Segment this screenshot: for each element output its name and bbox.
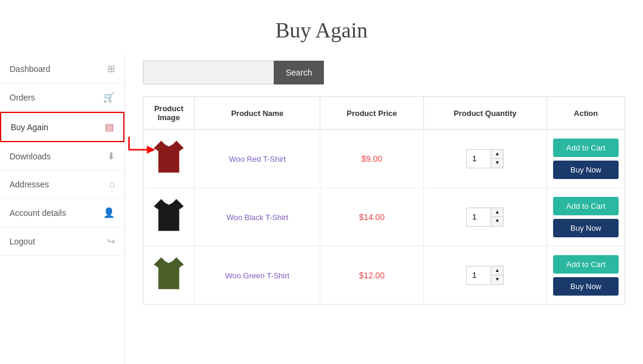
quantity-input-wrap: ▲ ▼ [466,266,504,285]
product-link[interactable]: Woo Green T-Shirt [225,271,289,280]
sidebar-item-downloads[interactable]: Downloads ⬇ [0,142,124,171]
sidebar-label: Buy Again [11,123,48,132]
svg-marker-1 [154,140,184,172]
sidebar: Dashboard ⊞ Orders 🛒 Buy Again ▤ Downloa… [0,55,125,364]
quantity-input[interactable] [467,266,491,284]
product-price-cell: $9.00 [320,130,423,188]
sidebar-label: Downloads [10,152,51,161]
product-link[interactable]: Woo Red T-Shirt [229,155,286,164]
quantity-input[interactable] [467,208,491,226]
product-price: $9.00 [361,154,382,164]
sidebar-item-logout[interactable]: Logout ↪ [0,227,124,256]
quantity-spinners: ▲ ▼ [491,208,503,226]
quantity-input[interactable] [467,150,491,168]
downloads-icon: ⬇ [107,150,115,162]
product-link[interactable]: Woo Black T-Shirt [226,213,288,222]
product-quantity-cell: ▲ ▼ [423,246,547,305]
buy-again-icon: ▤ [105,121,114,133]
table-row: Woo Green T-Shirt $12.00 ▲ ▼ Add to Cart… [143,246,625,305]
product-name-cell: Woo Green T-Shirt [195,246,320,305]
page-title: Buy Again [0,0,643,55]
search-bar: Search [143,61,625,84]
addresses-icon: ⌂ [109,179,115,190]
dashboard-icon: ⊞ [107,63,115,74]
sidebar-label: Dashboard [10,64,51,74]
content-area: Search Product Image Product Name Produc… [125,55,643,364]
product-quantity-cell: ▲ ▼ [423,188,547,246]
action-cell: Add to Cart Buy Now [547,188,625,246]
sidebar-item-dashboard[interactable]: Dashboard ⊞ [0,55,124,83]
svg-marker-3 [154,257,184,289]
svg-marker-2 [154,199,184,231]
sidebar-item-addresses[interactable]: Addresses ⌂ [0,171,124,199]
orders-icon: 🛒 [103,92,115,103]
product-name-cell: Woo Red T-Shirt [195,130,320,188]
quantity-up-button[interactable]: ▲ [491,208,503,217]
product-image-cell [143,246,195,305]
buy-now-button[interactable]: Buy Now [553,161,619,179]
sidebar-item-buy-again[interactable]: Buy Again ▤ [0,112,124,142]
sidebar-label: Addresses [10,180,49,189]
product-name-cell: Woo Black T-Shirt [195,188,320,246]
add-to-cart-button[interactable]: Add to Cart [553,139,619,157]
buy-now-button[interactable]: Buy Now [553,219,619,237]
product-quantity-cell: ▲ ▼ [423,130,547,188]
quantity-input-wrap: ▲ ▼ [466,208,504,227]
product-image-cell [143,188,195,246]
add-to-cart-button[interactable]: Add to Cart [553,197,619,215]
table-row: Woo Red T-Shirt $9.00 ▲ ▼ Add to Cart Bu… [143,130,625,188]
col-header-quantity: Product Quantity [423,97,547,130]
sidebar-label: Orders [10,93,35,102]
quantity-input-wrap: ▲ ▼ [466,149,504,168]
product-price-cell: $14.00 [320,188,423,246]
quantity-spinners: ▲ ▼ [491,266,503,284]
product-price: $12.00 [359,271,385,280]
col-header-image: Product Image [143,97,195,130]
product-table: Product Image Product Name Product Price… [143,96,625,305]
logout-icon: ↪ [107,236,115,247]
account-icon: 👤 [103,207,115,218]
sidebar-label: Logout [10,237,35,246]
quantity-down-button[interactable]: ▼ [491,217,503,226]
quantity-spinners: ▲ ▼ [491,150,503,168]
add-to-cart-button[interactable]: Add to Cart [553,255,619,274]
product-image-cell [143,130,195,188]
sidebar-item-orders[interactable]: Orders 🛒 [0,83,124,112]
search-input[interactable] [143,61,274,84]
buy-now-button[interactable]: Buy Now [553,277,619,296]
col-header-price: Product Price [320,97,423,130]
action-cell: Add to Cart Buy Now [547,246,625,305]
sidebar-label: Account details [10,208,66,218]
search-button[interactable]: Search [274,61,324,84]
quantity-down-button[interactable]: ▼ [491,275,503,284]
quantity-up-button[interactable]: ▲ [491,150,503,159]
sidebar-item-account-details[interactable]: Account details 👤 [0,199,124,227]
col-header-name: Product Name [195,97,320,130]
col-header-action: Action [547,97,625,130]
quantity-up-button[interactable]: ▲ [491,266,503,275]
product-price: $14.00 [359,212,385,222]
table-row: Woo Black T-Shirt $14.00 ▲ ▼ Add to Cart… [143,188,625,246]
quantity-down-button[interactable]: ▼ [491,159,503,168]
action-cell: Add to Cart Buy Now [547,130,625,188]
product-price-cell: $12.00 [320,246,423,305]
